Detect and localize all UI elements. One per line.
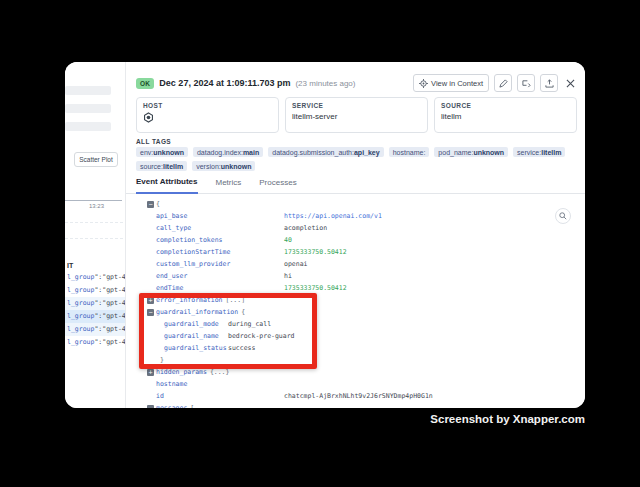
attr-row-hostname: hostname xyxy=(126,378,585,390)
log-value: ":"gpt-4o xyxy=(94,273,125,281)
search-icon xyxy=(559,212,567,220)
export-icon xyxy=(545,79,554,88)
json-close-brace-row: } xyxy=(126,354,585,366)
json-key: id xyxy=(156,390,284,402)
floating-app-window: Scatter Plot 13:23 IT l_group":"gpt-4o l… xyxy=(65,62,585,408)
log-list-item[interactable]: l_group":"gpt-4o xyxy=(65,310,125,323)
json-key: end_user xyxy=(156,270,284,282)
tag-key: env: xyxy=(140,149,153,156)
json-punct: {...} xyxy=(210,366,230,378)
background-log-list: l_group":"gpt-4o l_group":"gpt-4o l_grou… xyxy=(65,271,125,349)
json-punct: } xyxy=(160,354,164,366)
attr-row-guardrail-name: guardrail_namebedrock-pre-guard xyxy=(126,330,585,342)
event-header: OK Dec 27, 2024 at 1:09:11.703 pm (23 mi… xyxy=(136,73,577,93)
tag-submission-auth[interactable]: datadog.submission_auth:api_key xyxy=(268,147,383,157)
json-value-link[interactable]: https://api.openai.com/v1 xyxy=(284,210,382,222)
json-key: hidden_params xyxy=(156,366,207,378)
log-value: ":"gpt-4o xyxy=(94,286,125,294)
watermark-text: Screenshot by Xnapper.com xyxy=(430,413,585,425)
host-card[interactable]: HOST xyxy=(136,97,279,133)
view-in-context-label: View in Context xyxy=(431,79,483,88)
tag-value: unknown xyxy=(473,149,504,156)
tag-source[interactable]: source:litellm xyxy=(136,161,187,171)
tag-key: source: xyxy=(140,163,163,170)
tag-value: litellm xyxy=(163,163,183,170)
related-traces-button[interactable] xyxy=(517,74,535,92)
json-value: chatcmpl-AjBrxhNLht9v2J6rSNYDmp4pH0G1n xyxy=(284,390,433,402)
expand-icon[interactable] xyxy=(147,297,154,304)
tag-key: pod_name: xyxy=(438,149,473,156)
service-card-label: SERVICE xyxy=(292,102,421,109)
background-page-sliver: Scatter Plot 13:23 IT l_group":"gpt-4o l… xyxy=(65,62,125,408)
tag-service[interactable]: service:litellm xyxy=(513,147,565,157)
expand-icon[interactable] xyxy=(147,369,154,376)
json-value: openai xyxy=(284,258,307,270)
collapse-icon[interactable] xyxy=(147,309,154,316)
log-list-item[interactable]: l_group":"gpt-4o xyxy=(65,336,125,349)
tag-key: hostname: xyxy=(393,149,426,156)
log-value: ":"gpt-4o xyxy=(94,312,125,320)
scatter-plot-button[interactable]: Scatter Plot xyxy=(74,152,118,167)
tag-value: unknown xyxy=(153,149,184,156)
chart-x-axis-tick-label: 13:23 xyxy=(89,203,104,209)
json-key: guardrail_name xyxy=(164,330,228,342)
json-key: guardrail_status xyxy=(164,342,228,354)
export-button[interactable] xyxy=(540,74,558,92)
attributes-search-button[interactable] xyxy=(555,208,571,224)
tag-value: main xyxy=(243,149,259,156)
log-list-item[interactable]: l_group":"gpt-4o xyxy=(65,323,125,336)
attr-row-guardrail-information: guardrail_information{ xyxy=(126,306,585,318)
tag-pod-name[interactable]: pod_name:unknown xyxy=(434,147,508,157)
tag-value: api_key xyxy=(354,149,380,156)
json-value: bedrock-pre-guard xyxy=(228,330,295,342)
info-cards: HOST SERVICE litellm-server SOURCE litel… xyxy=(136,97,577,133)
log-list-item[interactable]: l_group":"gpt-4o xyxy=(65,271,125,284)
log-list-item[interactable]: l_group":"gpt-4o xyxy=(65,284,125,297)
json-key: guardrail_information xyxy=(156,306,238,318)
screenshot-stage: Scatter Plot 13:23 IT l_group":"gpt-4o l… xyxy=(0,0,640,487)
tag-list: env:unknown datadog.index:main datadog.s… xyxy=(136,147,577,171)
json-value: during_call xyxy=(228,318,271,330)
tag-datadog-index[interactable]: datadog.index:main xyxy=(193,147,263,157)
log-key: l_group xyxy=(67,286,94,294)
log-key: l_group xyxy=(67,299,94,307)
attr-row-completion-tokens: completion_tokens40 xyxy=(126,234,585,246)
json-punct: { xyxy=(156,198,160,210)
service-card[interactable]: SERVICE litellm-server xyxy=(285,97,428,133)
log-value: ":"gpt-4o xyxy=(94,299,125,307)
edit-button[interactable] xyxy=(494,74,512,92)
tag-version[interactable]: version:unknown xyxy=(192,161,255,171)
attr-row-error-information: error_information[...] xyxy=(126,294,585,306)
tag-key: service: xyxy=(517,149,541,156)
host-card-label: HOST xyxy=(143,102,272,109)
json-key: error_information xyxy=(156,294,223,306)
tag-hostname[interactable]: hostname: xyxy=(389,147,430,157)
tag-value: litellm xyxy=(541,149,561,156)
tab-processes[interactable]: Processes xyxy=(259,178,296,193)
json-key: hostname xyxy=(156,378,284,390)
log-key: l_group xyxy=(67,325,94,333)
attr-row-call-type: call_typeacompletion xyxy=(126,222,585,234)
log-key: l_group xyxy=(67,338,94,346)
json-value: success xyxy=(228,342,255,354)
log-list-item[interactable]: l_group":"gpt-4o xyxy=(65,297,125,310)
collapse-icon[interactable] xyxy=(147,405,154,409)
log-key: l_group xyxy=(67,273,94,281)
tag-key: version: xyxy=(196,163,221,170)
view-in-context-button[interactable]: View in Context xyxy=(413,74,489,92)
tag-value: unknown xyxy=(221,163,252,170)
chart-x-axis xyxy=(65,200,122,201)
json-punct: { xyxy=(241,306,245,318)
json-key: completion_tokens xyxy=(156,234,284,246)
tab-event-attributes[interactable]: Event Attributes xyxy=(136,177,198,194)
json-key: guardrail_mode xyxy=(164,318,228,330)
source-card[interactable]: SOURCE litellm xyxy=(434,97,577,133)
json-key: messages xyxy=(156,402,187,408)
json-value: 1735333750.50412 xyxy=(284,282,347,294)
collapse-icon[interactable] xyxy=(147,201,154,208)
attr-row-completion-start-time: completionStartTime1735333750.50412 xyxy=(126,246,585,258)
tab-metrics[interactable]: Metrics xyxy=(216,178,242,193)
json-punct: [ xyxy=(190,402,194,408)
close-button[interactable] xyxy=(563,74,577,92)
tag-env[interactable]: env:unknown xyxy=(136,147,188,157)
